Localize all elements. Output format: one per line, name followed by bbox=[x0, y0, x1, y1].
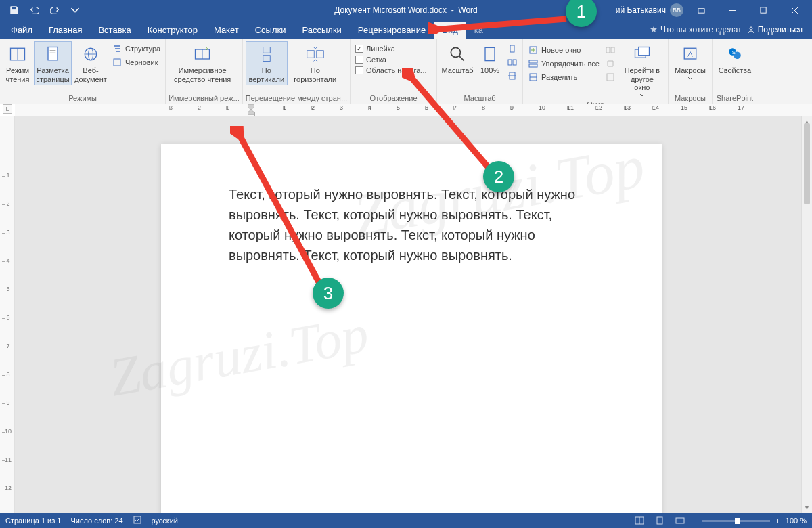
horizontal-button[interactable]: По горизонтали bbox=[289, 41, 342, 85]
ribbon-tabs: Файл Главная Вставка Конструктор Макет С… bbox=[0, 20, 812, 39]
share-button[interactable]: Поделиться bbox=[747, 25, 803, 35]
annotation-callout-2: 2 bbox=[483, 161, 514, 192]
annotation-callout-3: 3 bbox=[313, 278, 344, 309]
page-icon bbox=[42, 43, 64, 65]
vertical-button[interactable]: По вертикали bbox=[246, 41, 288, 85]
svg-rect-33 bbox=[607, 74, 614, 81]
minimize-button[interactable] bbox=[719, 1, 746, 20]
save-button[interactable] bbox=[5, 1, 23, 19]
svg-rect-35 bbox=[639, 47, 650, 56]
ribbon-group-zoom: Масштаб 100% Масштаб bbox=[437, 39, 523, 104]
svg-rect-16 bbox=[263, 56, 271, 62]
immersive-reader-button[interactable]: Иммерсивное средство чтения bbox=[168, 41, 236, 85]
tab-references[interactable]: Ссылки bbox=[247, 22, 294, 39]
zoom-slider[interactable] bbox=[702, 520, 770, 522]
status-proofing-icon[interactable] bbox=[133, 515, 142, 526]
reset-pos-button bbox=[603, 71, 618, 83]
document-area[interactable]: Текст, который нужно выровнять. Текст, к… bbox=[15, 116, 812, 513]
svg-line-20 bbox=[459, 56, 464, 61]
svg-rect-24 bbox=[513, 60, 516, 65]
one-page-button[interactable] bbox=[505, 43, 520, 55]
web-layout-view-button[interactable] bbox=[673, 514, 687, 527]
svg-rect-6 bbox=[48, 47, 58, 60]
ribbon-group-page-movement: По вертикали По горизонтали Перемещение … bbox=[243, 39, 351, 104]
arrange-icon bbox=[528, 58, 539, 69]
outline-button[interactable]: Структура bbox=[110, 43, 162, 55]
new-window-button[interactable]: Новое окно bbox=[526, 44, 602, 56]
status-page[interactable]: Страница 1 из 1 bbox=[5, 516, 61, 525]
qat-more-button[interactable] bbox=[66, 1, 84, 19]
switch-windows-button[interactable]: Перейти в другое окно bbox=[619, 41, 665, 99]
tab-review[interactable]: Рецензирование bbox=[350, 22, 434, 39]
vertical-scrollbar[interactable]: ▲ ▼ bbox=[801, 116, 812, 513]
horizontal-ruler[interactable]: 3211234567891011121314151617 bbox=[15, 104, 812, 116]
web-layout-button[interactable]: Веб-документ bbox=[73, 41, 108, 85]
document-page[interactable]: Текст, который нужно выровнять. Текст, к… bbox=[161, 144, 662, 513]
ruler-checkbox[interactable]: ✓Линейка bbox=[353, 44, 428, 53]
indent-marker[interactable] bbox=[248, 104, 254, 115]
read-mode-view-button[interactable] bbox=[632, 514, 647, 527]
ribbon-group-show: ✓Линейка Сетка Область навига... Отображ… bbox=[351, 39, 437, 104]
user-avatar[interactable]: ВБ bbox=[670, 3, 683, 17]
zoom-in-button[interactable]: + bbox=[775, 516, 780, 525]
svg-rect-31 bbox=[606, 47, 610, 53]
svg-rect-21 bbox=[485, 47, 495, 60]
multipage-icon bbox=[507, 57, 518, 68]
tab-view[interactable]: Вид bbox=[434, 22, 466, 39]
ribbon-display-button[interactable] bbox=[687, 1, 715, 20]
properties-button[interactable]: S Свойства bbox=[715, 41, 754, 77]
svg-rect-12 bbox=[114, 59, 120, 66]
print-layout-button[interactable]: Разметка страницы bbox=[34, 41, 72, 85]
vertical-icon bbox=[256, 43, 277, 65]
zoom-out-button[interactable]: − bbox=[693, 516, 697, 525]
redo-button[interactable] bbox=[46, 1, 64, 19]
group-label-sharepoint: SharePoint bbox=[715, 93, 754, 102]
draft-icon bbox=[112, 57, 122, 68]
maximize-button[interactable] bbox=[750, 1, 777, 20]
zoom-level[interactable]: 100 % bbox=[786, 516, 807, 525]
split-button[interactable]: Разделить bbox=[526, 71, 602, 83]
undo-button[interactable] bbox=[26, 1, 43, 19]
group-label-zoom: Масштаб bbox=[440, 93, 520, 102]
tab-mailings[interactable]: Рассылки bbox=[294, 22, 349, 39]
read-mode-button[interactable]: Режим чтения bbox=[3, 41, 32, 85]
page-width-button[interactable] bbox=[505, 70, 520, 82]
group-label-macros: Макросы bbox=[671, 93, 709, 102]
tab-design[interactable]: Конструктор bbox=[139, 22, 206, 39]
scroll-down-icon[interactable]: ▼ bbox=[802, 502, 812, 513]
svg-rect-44 bbox=[676, 518, 684, 523]
tab-layout[interactable]: Макет bbox=[206, 22, 247, 39]
close-button[interactable] bbox=[781, 1, 808, 20]
gridlines-checkbox[interactable]: Сетка bbox=[353, 55, 428, 64]
vertical-ruler[interactable]: 12345678910111213 bbox=[0, 116, 15, 513]
print-layout-view-button[interactable] bbox=[652, 514, 667, 527]
tab-help[interactable]: ка bbox=[466, 22, 491, 39]
tell-me-search[interactable]: Что вы хотите сделат bbox=[650, 25, 742, 35]
draft-button[interactable]: Черновик bbox=[110, 56, 162, 68]
tab-insert[interactable]: Вставка bbox=[90, 22, 139, 39]
pagewidth-icon bbox=[507, 70, 518, 81]
quick-access-toolbar bbox=[0, 1, 84, 19]
zoom-button[interactable]: Масштаб bbox=[440, 41, 475, 77]
navigation-checkbox[interactable]: Область навига... bbox=[353, 66, 428, 75]
document-text[interactable]: Текст, который нужно выровнять. Текст, к… bbox=[229, 184, 594, 265]
status-language[interactable]: русский bbox=[152, 516, 178, 525]
svg-rect-36 bbox=[684, 48, 696, 59]
chevron-down-icon bbox=[687, 76, 693, 80]
scrollbar-thumb[interactable] bbox=[804, 123, 810, 204]
magnifier-icon bbox=[447, 43, 468, 65]
multi-page-button[interactable] bbox=[505, 56, 520, 68]
status-words[interactable]: Число слов: 24 bbox=[70, 516, 122, 525]
svg-rect-0 bbox=[698, 8, 704, 12]
tab-home[interactable]: Главная bbox=[41, 22, 90, 39]
tab-file[interactable]: Файл bbox=[3, 22, 41, 39]
tab-selector[interactable]: L bbox=[3, 104, 12, 114]
title-bar: Документ Microsoft Word.docx - Word ий Б… bbox=[0, 0, 812, 20]
arrange-all-button[interactable]: Упорядочить все bbox=[526, 58, 602, 70]
newwin-icon bbox=[528, 45, 539, 56]
svg-rect-27 bbox=[529, 60, 537, 63]
zoom-100-button[interactable]: 100% bbox=[476, 41, 503, 77]
macros-button[interactable]: Макросы bbox=[671, 41, 709, 82]
onepage-icon bbox=[507, 43, 518, 54]
ribbon-group-sharepoint: S Свойства SharePoint bbox=[713, 39, 757, 104]
